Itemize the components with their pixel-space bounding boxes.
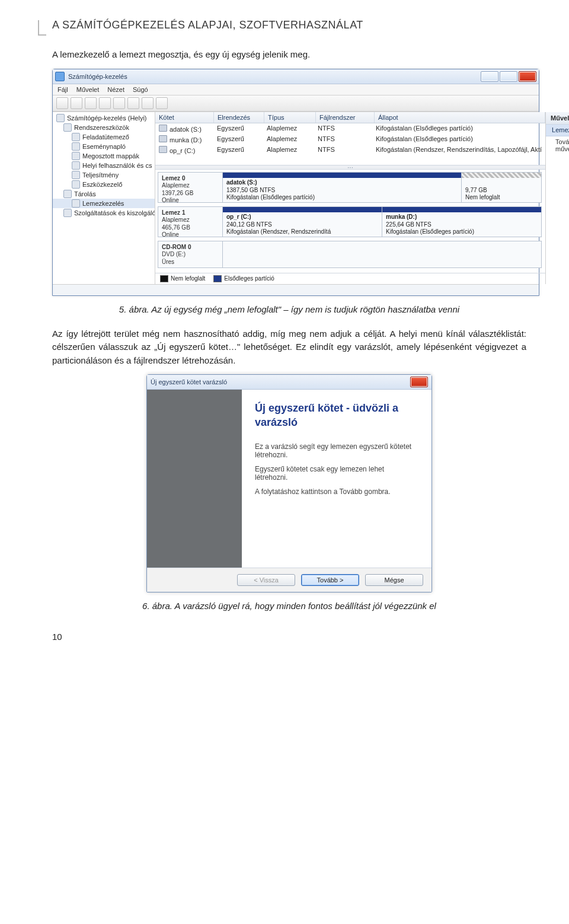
wizard-cancel-button[interactable]: Mégse [365,574,423,586]
cell: Kifogástalan (Elsődleges partíció) [372,135,545,144]
splitter[interactable] [155,165,545,170]
wizard-close-button[interactable] [410,377,428,387]
partition-name: adatok (S:) [226,179,257,186]
disk-info: Lemez 0 Alaplemez 1397,26 GB Online [158,173,223,202]
actions-sel-label: Lemezkezelés [552,126,569,134]
tree-node[interactable]: Számítógép-kezelés (Helyi) [53,113,155,123]
cell: munka (D:) [170,136,202,144]
partition-status: Kifogástalan (Rendszer, Rendszerindítá [226,228,331,235]
drive-icon [159,125,167,132]
figure-5-caption: 5. ábra. Az új egység még „nem lefoglalt… [52,304,526,314]
tree-icon [72,199,80,208]
toolbar-btn-icon[interactable] [142,97,154,109]
legend-swatch-unallocated-icon [160,275,168,282]
toolbar-btn-icon[interactable] [156,97,168,109]
col-layout[interactable]: Elrendezés [214,112,264,123]
tree-node-disk-management[interactable]: Lemezkezelés [53,199,155,208]
figure-6-caption: 6. ábra. A varázsló ügyel rá, hogy minde… [52,601,526,611]
tree-node[interactable]: Megosztott mappák [53,151,155,161]
tree-node[interactable]: Eszközkezelő [53,180,155,189]
disk-line: 465,76 GB [162,224,190,231]
cell: Kifogástalan (Rendszer, Rendszerindítás,… [372,145,545,155]
wizard-text: A folytatáshoz kattintson a Tovább gombr… [255,488,418,496]
disk-title: Lemez 0 [162,175,185,181]
legend: Nem lefoglalt Elsődleges partíció [155,273,545,284]
cell: NTFS [314,135,372,144]
toolbar-back-icon[interactable] [56,97,68,109]
legend-swatch-primary-icon [213,275,222,282]
disk-area: Lemez 0 Alaplemez 1397,26 GB Online adat… [155,170,545,273]
partition-name: op_r (C:) [226,214,251,220]
toolbar-btn-icon[interactable] [127,97,139,109]
cell: op_r (C:) [170,147,195,154]
tree-node[interactable]: Eseménynapló [53,142,155,151]
tree-icon [56,114,65,122]
menu-help[interactable]: Súgó [133,86,148,93]
actions-selected[interactable]: Lemezkezelés ▴ [546,125,569,136]
header-rule [38,20,46,36]
partition[interactable]: adatok (S:) 1387,50 GB NTFS Kifogástalan… [223,173,461,202]
tree-label: Helyi felhasználók és cs [82,162,152,169]
tree-node[interactable]: Rendszereszközök [53,123,155,132]
partition-strip-icon [462,173,541,179]
tree-icon [72,161,80,170]
menu-view[interactable]: Nézet [107,86,124,93]
intro-paragraph: A lemezkezelő a lemezt megosztja, és egy… [52,48,526,62]
wizard-next-button[interactable]: Tovább > [301,574,359,586]
disk-info: CD-ROM 0 DVD (E:) Üres [158,241,223,267]
disk-title: CD-ROM 0 [162,244,191,250]
toolbar-btn-icon[interactable] [99,97,111,109]
toolbar-btn-icon[interactable] [113,97,125,109]
tree-label: Megosztott mappák [82,152,139,160]
wizard-back-button[interactable]: < Vissza [237,574,295,586]
partition-strip-icon [223,207,382,213]
mmc-window: Számítógép-kezelés Fájl Művelet Nézet Sú… [52,69,539,296]
maximize-button[interactable] [500,71,517,82]
tree-node[interactable]: Tárolás [53,189,155,199]
toolbar-btn-icon[interactable] [85,97,97,109]
disk-line: Üres [162,259,174,265]
tree-node[interactable]: Szolgáltatások és kiszolgáló [53,208,155,218]
disk-block-cdrom[interactable]: CD-ROM 0 DVD (E:) Üres [158,241,542,268]
page-number: 10 [52,632,62,642]
partition[interactable]: op_r (C:) 240,12 GB NTFS Kifogástalan (R… [223,207,382,237]
minimize-button[interactable] [481,71,498,82]
disk-line: Alaplemez [162,182,190,189]
actions-more[interactable]: További műveletek ▸ [546,136,569,154]
partition-unallocated[interactable]: 9,77 GB Nem lefoglalt [461,173,541,202]
tree-node[interactable]: Teljesítmény [53,170,155,180]
volume-header-row: Kötet Elrendezés Típus Fájlrendszer Álla… [155,112,545,123]
disk-block[interactable]: Lemez 0 Alaplemez 1397,26 GB Online adat… [158,172,542,203]
disk-block[interactable]: Lemez 1 Alaplemez 465,76 GB Online op_r … [158,206,542,237]
mmc-menubar: Fájl Művelet Nézet Súgó [53,84,539,95]
menu-action[interactable]: Művelet [76,86,100,93]
col-status[interactable]: Állapot [375,112,545,123]
cell: Kifogástalan (Elsődleges partíció) [372,124,545,133]
volume-row[interactable]: adatok (S:) Egyszerű Alaplemez NTFS Kifo… [155,123,545,134]
partition-size: 240,12 GB NTFS [226,221,272,228]
toolbar-forward-icon[interactable] [71,97,82,109]
partition-size: 225,64 GB NTFS [386,221,431,228]
disk-info: Lemez 1 Alaplemez 465,76 GB Online [158,207,223,237]
close-button[interactable] [519,71,536,82]
cell: Alaplemez [263,135,314,144]
partition[interactable]: munka (D:) 225,64 GB NTFS Kifogástalan (… [382,207,541,237]
volume-row[interactable]: op_r (C:) Egyszerű Alaplemez NTFS Kifogá… [155,145,545,155]
col-filesystem[interactable]: Fájlrendszer [316,112,375,123]
cell: Egyszerű [213,145,263,155]
legend-label: Elsődleges partíció [224,275,274,282]
volume-row[interactable]: munka (D:) Egyszerű Alaplemez NTFS Kifog… [155,134,545,145]
tree-node[interactable]: Helyi felhasználók és cs [53,161,155,170]
col-volume[interactable]: Kötet [155,112,214,123]
tree-label: Lemezkezelés [82,200,124,207]
tree-icon [63,209,72,217]
tree-label: Számítógép-kezelés (Helyi) [67,114,147,122]
cell: Alaplemez [263,124,314,133]
menu-file[interactable]: Fájl [57,86,68,93]
wizard-footer: < Vissza Tovább > Mégse [147,568,431,592]
col-type[interactable]: Típus [264,112,316,123]
tree-node[interactable]: Feladatütemező [53,132,155,142]
disk-line: DVD (E:) [162,251,186,257]
actions-more-label: További műveletek [555,138,569,152]
wizard-window: Új egyszerű kötet varázsló Új egyszerű k… [146,374,432,592]
